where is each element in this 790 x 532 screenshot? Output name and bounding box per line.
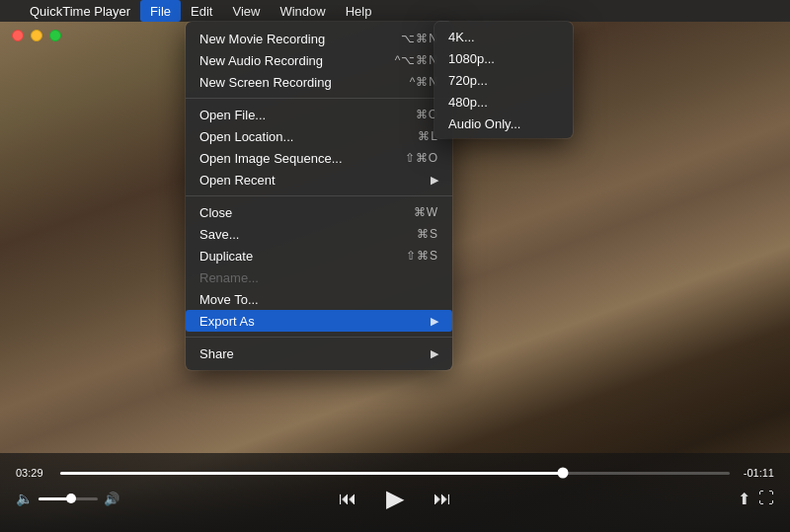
export-as-arrow-icon: ▶	[431, 315, 438, 328]
menu-section-share: Share ▶	[186, 341, 452, 366]
time-elapsed: 03:29	[16, 467, 50, 479]
menu-item-save[interactable]: Save... ⌘S	[186, 223, 452, 245]
menu-item-new-movie[interactable]: New Movie Recording ⌥⌘N	[186, 28, 452, 49]
file-menu-dropdown: New Movie Recording ⌥⌘N New Audio Record…	[186, 22, 452, 370]
menu-file[interactable]: File	[140, 0, 181, 22]
apple-menu[interactable]	[0, 0, 20, 22]
volume-track[interactable]	[39, 497, 98, 500]
export-720p[interactable]: 720p...	[434, 69, 573, 91]
menu-section-new: New Movie Recording ⌥⌘N New Audio Record…	[186, 26, 452, 95]
menu-divider-1	[186, 98, 452, 99]
app-menu-quicktime[interactable]: QuickTime Player	[20, 0, 140, 22]
menu-window[interactable]: Window	[270, 0, 335, 22]
menu-item-move-to[interactable]: Move To...	[186, 288, 452, 310]
volume-high-icon: 🔊	[104, 492, 119, 506]
right-controls: ⬆ ⛶	[738, 490, 774, 508]
menu-item-new-screen[interactable]: New Screen Recording ^⌘N	[186, 71, 452, 93]
fullscreen-ctrl-button[interactable]: ⛶	[758, 490, 774, 507]
menu-view[interactable]: View	[222, 0, 270, 22]
export-480p[interactable]: 480p...	[434, 91, 573, 113]
menu-item-close[interactable]: Close ⌘W	[186, 201, 452, 223]
minimize-button[interactable]	[31, 30, 42, 41]
menu-edit[interactable]: Edit	[181, 0, 222, 22]
progress-fill	[60, 472, 563, 475]
time-remaining: -01:11	[740, 467, 774, 479]
progress-thumb[interactable]	[557, 468, 568, 479]
fast-forward-button[interactable]: ⏭	[424, 489, 461, 509]
menu-item-new-audio[interactable]: New Audio Recording ^⌥⌘N	[186, 49, 452, 71]
export-1080p[interactable]: 1080p...	[434, 47, 573, 69]
menu-help[interactable]: Help	[336, 0, 382, 22]
menu-section-save: Close ⌘W Save... ⌘S Duplicate ⇧⌘S Rename…	[186, 199, 452, 334]
progress-bar-area: 03:29 -01:11	[16, 453, 774, 485]
fullscreen-button[interactable]	[49, 30, 61, 41]
volume-area: 🔈 🔊	[16, 491, 119, 506]
traffic-lights	[12, 30, 61, 41]
export-as-submenu: 4K... 1080p... 720p... 480p... Audio Onl…	[434, 22, 573, 138]
menu-item-open-location[interactable]: Open Location... ⌘L	[186, 125, 452, 147]
menu-divider-3	[186, 337, 452, 338]
share-arrow-icon: ▶	[431, 347, 438, 360]
volume-thumb[interactable]	[66, 494, 76, 503]
progress-track[interactable]	[60, 472, 730, 475]
close-button[interactable]	[12, 30, 24, 41]
menu-section-open: Open File... ⌘O Open Location... ⌘L Open…	[186, 102, 452, 192]
menu-bar: QuickTime Player File Edit View Window H…	[0, 0, 790, 22]
menu-item-open-image-seq[interactable]: Open Image Sequence... ⇧⌘O	[186, 147, 452, 169]
menu-item-share[interactable]: Share ▶	[186, 342, 452, 364]
volume-icon: 🔈	[16, 491, 33, 506]
share-button[interactable]: ⬆	[738, 490, 750, 508]
menu-item-rename[interactable]: Rename...	[186, 266, 452, 288]
menu-item-duplicate[interactable]: Duplicate ⇧⌘S	[186, 245, 452, 266]
menu-item-open-file[interactable]: Open File... ⌘O	[186, 104, 452, 125]
controls-row: 🔈 🔊 ⏮ ▶ ⏭ ⬆ ⛶	[16, 485, 774, 522]
export-audio-only[interactable]: Audio Only...	[434, 113, 573, 134]
rewind-button[interactable]: ⏮	[329, 489, 366, 509]
open-recent-arrow-icon: ▶	[431, 174, 438, 187]
menu-item-open-recent[interactable]: Open Recent ▶	[186, 169, 452, 190]
play-pause-button[interactable]: ▶	[366, 485, 424, 512]
export-4k[interactable]: 4K...	[434, 26, 573, 47]
menu-item-export-as[interactable]: Export As ▶	[186, 310, 452, 332]
player-controls: 03:29 -01:11 🔈 🔊 ⏮ ▶ ⏭ ⬆ ⛶	[0, 453, 790, 532]
menu-divider-2	[186, 195, 452, 196]
